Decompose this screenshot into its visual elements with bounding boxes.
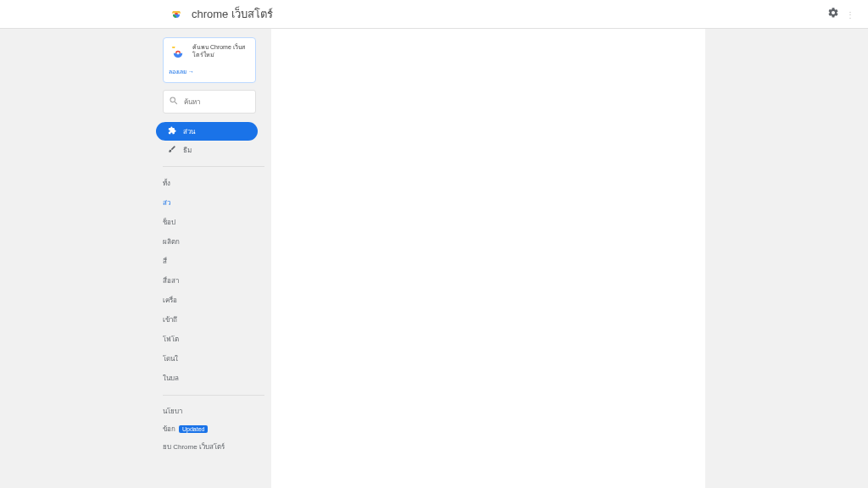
extension-icon — [168, 126, 176, 136]
signin-link[interactable]: ⋮ — [846, 10, 854, 19]
category-item[interactable]: โฟโต — [163, 330, 264, 349]
main-content — [271, 29, 705, 488]
category-item[interactable]: ทั้ง — [163, 174, 264, 193]
topbar: chrome เว็บสโตร์ ⋮ — [0, 0, 868, 29]
content-area: ค้นพบ Chrome เว็บส โตร์ใหม่ ลองเลย → ส่ว… — [0, 29, 868, 488]
category-item[interactable]: ส่ว — [163, 193, 264, 213]
search-input[interactable] — [184, 98, 250, 106]
category-item[interactable]: สื่อสา — [163, 271, 264, 291]
left-gutter — [0, 29, 163, 488]
footer-terms-label: ข้อก — [163, 424, 175, 435]
footer-links: นโยบา ข้อก Updated ยบ Chrome เว็บสโตร์ — [163, 402, 271, 456]
footer-about[interactable]: ยบ Chrome เว็บสโตร์ — [163, 438, 264, 456]
brush-icon — [168, 145, 176, 155]
category-item[interactable]: ผลิตก — [163, 232, 264, 252]
svg-point-0 — [177, 52, 180, 54]
promo-card[interactable]: ค้นพบ Chrome เว็บส โตร์ใหม่ ลองเลย → — [163, 37, 256, 83]
gear-icon[interactable] — [827, 7, 839, 22]
footer-privacy[interactable]: นโยบา — [163, 402, 264, 420]
divider — [163, 166, 264, 167]
divider — [163, 395, 264, 396]
search-icon — [169, 94, 179, 109]
category-item[interactable]: เครื่อ — [163, 291, 264, 310]
category-item[interactable]: โดนใ — [163, 349, 264, 369]
category-item[interactable]: ช็อป — [163, 213, 264, 232]
category-item[interactable]: ในบล — [163, 369, 264, 388]
updated-badge: Updated — [179, 425, 208, 433]
promo-store-icon — [169, 43, 187, 62]
chrome-store-logo-icon — [170, 8, 183, 21]
category-item[interactable]: เข้าถึ — [163, 310, 264, 330]
tab-extensions-label: ส่วน — [183, 126, 195, 137]
search-box[interactable] — [163, 90, 256, 114]
category-item[interactable]: สื่ — [163, 252, 264, 271]
tab-themes-label: ธีม — [183, 145, 192, 156]
category-list: ทั้งส่วช็อปผลิตกสื่สื่อสาเครื่อเข้าถึโฟโ… — [163, 174, 271, 388]
right-gutter — [705, 29, 868, 488]
tab-extensions[interactable]: ส่วน — [156, 122, 258, 141]
promo-text: ค้นพบ Chrome เว็บส โตร์ใหม่ — [192, 43, 250, 62]
sidebar: ค้นพบ Chrome เว็บส โตร์ใหม่ ลองเลย → ส่ว… — [163, 29, 271, 488]
tab-themes[interactable]: ธีม — [156, 141, 258, 159]
page-title: chrome เว็บสโตร์ — [192, 5, 273, 23]
footer-terms[interactable]: ข้อก Updated — [163, 420, 264, 438]
nav-tabs: ส่วน ธีม — [156, 122, 258, 159]
promo-link[interactable]: ลองเลย → — [169, 67, 194, 76]
